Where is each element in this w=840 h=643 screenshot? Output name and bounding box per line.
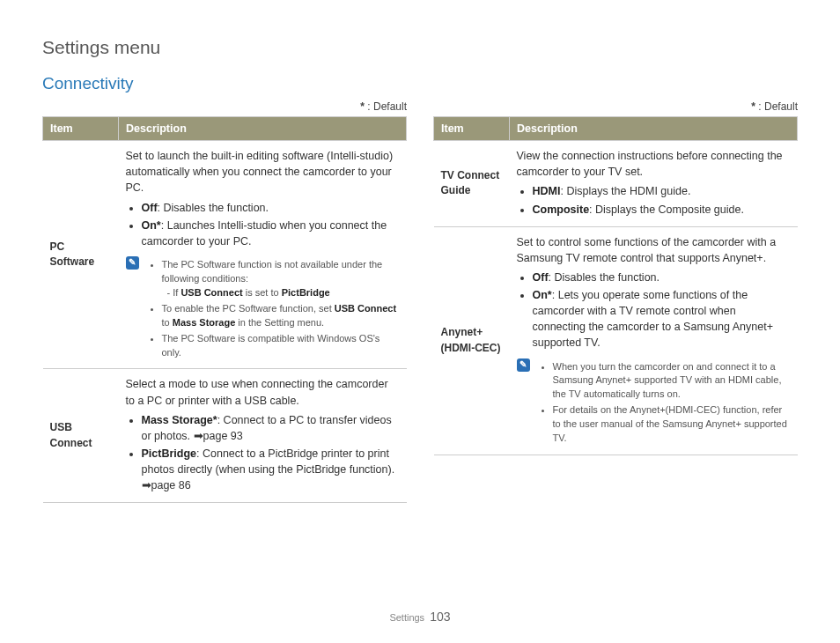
item-anynet: Anynet+ (HDMI-CEC) [434,226,510,455]
note-box: ✎ The PC Software function is not availa… [126,255,400,362]
desc-intro: Set to control some functions of the cam… [517,234,791,266]
list-item: HDMI: Displays the HDMI guide. [533,183,791,199]
note-item: To enable the PC Software function, set … [162,302,400,330]
table-row: PC Software Set to launch the built-in e… [43,141,407,369]
list-item: Composite: Displays the Composite guide. [533,202,791,218]
desc-intro: Select a mode to use when connecting the… [126,376,400,408]
desc-tv-connect-guide: View the connection instructions before … [510,141,798,227]
default-legend-left: * : Default [42,100,407,113]
list-item: Off: Disables the function. [142,200,400,216]
left-column: * : Default Item Description PC Software… [42,100,407,503]
list-item: On*: Lets you operate some functions of … [533,287,791,351]
footer-label: Settings [389,612,424,623]
list-item: On*: Launches Intelli-studio when you co… [142,218,400,249]
settings-table-left: Item Description PC Software Set to laun… [42,116,407,503]
table-row: USB Connect Select a mode to use when co… [43,369,407,503]
legend-text: : Default [365,100,407,113]
item-pc-software: PC Software [43,141,119,369]
note-subitem: - If USB Connect is set to PictBridge [162,286,400,300]
page-number: 103 [430,610,450,624]
list-item: Off: Disables the function. [533,270,791,285]
desc-intro: View the connection instructions before … [517,148,791,180]
note-icon: ✎ [126,256,139,270]
page-ref: ➡page 86 [142,479,191,491]
page-footer: Settings 103 [0,610,840,624]
note-item: When you turn the camcorder on and conne… [553,360,791,403]
desc-pc-software: Set to launch the built-in editing softw… [119,141,407,369]
note-box: ✎ When you turn the camcorder on and con… [517,357,791,448]
section-title: Connectivity [42,74,798,93]
list-item: Mass Storage*: Connect to a PC to transf… [142,412,400,444]
note-item: The PC Software function is not availabl… [162,258,400,300]
item-tv-connect-guide: TV Connect Guide [434,141,510,227]
col-header-item: Item [434,117,510,141]
page-ref: ➡page 93 [194,430,243,442]
desc-usb-connect: Select a mode to use when connecting the… [119,369,407,503]
note-item: For details on the Anynet+(HDMI-CEC) fun… [553,403,791,446]
col-header-item: Item [43,117,119,141]
table-row: TV Connect Guide View the connection ins… [434,141,798,227]
settings-table-right: Item Description TV Connect Guide View t… [433,116,798,455]
note-icon: ✎ [517,358,530,372]
desc-intro: Set to launch the built-in editing softw… [126,148,400,196]
list-item: PictBridge: Connect to a PictBridge prin… [142,446,400,493]
legend-text: : Default [755,100,798,113]
content-columns: * : Default Item Description PC Software… [42,100,798,503]
page-title: Settings menu [42,37,798,58]
table-row: Anynet+ (HDMI-CEC) Set to control some f… [434,226,798,455]
item-usb-connect: USB Connect [43,369,119,503]
col-header-desc: Description [510,117,798,141]
col-header-desc: Description [119,117,407,141]
right-column: * : Default Item Description TV Connect … [433,100,798,503]
note-item: The PC Software is compatible with Windo… [162,332,400,360]
desc-anynet: Set to control some functions of the cam… [510,226,798,455]
default-legend-right: * : Default [433,100,798,113]
